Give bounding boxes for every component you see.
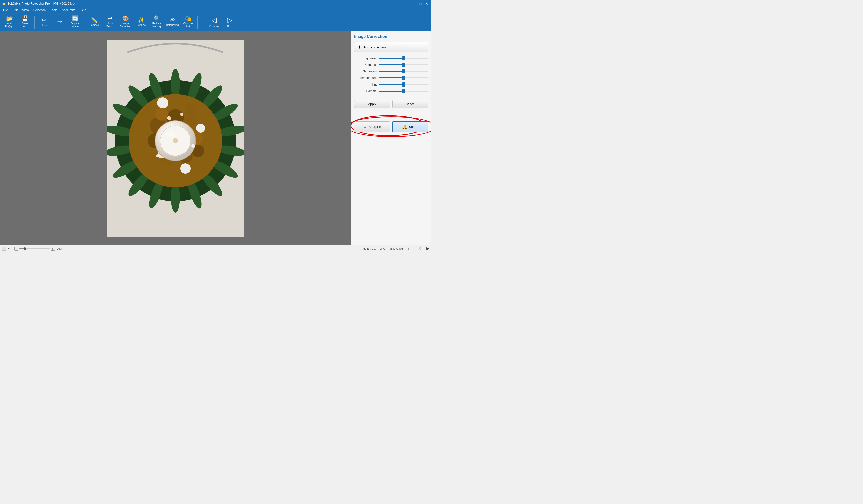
auto-correction-label: Auto correction (364, 46, 386, 49)
remove-button[interactable]: ✏️ Remove (87, 15, 101, 30)
tint-label: Tint (354, 83, 377, 86)
auto-correction-button[interactable]: ✦ Auto correction (354, 42, 428, 52)
undo-brush-icon: ↩ (108, 16, 112, 22)
reduce-blurring-label: Reduceblurring (152, 22, 161, 28)
canvas-controls: ⬜ ✂ (2, 247, 10, 251)
colorize-photo-button[interactable]: 🎭 Colorizephoto (181, 15, 195, 30)
undo-button[interactable]: ↩ Undo (37, 15, 51, 30)
retouching-label: Retouching (166, 24, 179, 27)
effect-section: ▲ Sharpen 🔔 Soften (354, 114, 428, 138)
maximize-button[interactable]: □ (418, 1, 423, 6)
zoom-thumb (24, 248, 26, 250)
info-icon[interactable]: ℹ (407, 246, 409, 251)
undo-brush-button[interactable]: ↩ UndoBrush (102, 15, 117, 30)
svg-point-30 (185, 104, 196, 115)
status-bar: ⬜ ✂ − + 26% Time (s): 0.1 JPG 3580×2408 … (0, 245, 432, 252)
cancel-button[interactable]: Cancel (392, 100, 429, 108)
temperature-label: Temperature (354, 76, 377, 80)
original-image-button[interactable]: 🔄 OriginalImage (68, 15, 83, 30)
svg-point-33 (180, 163, 190, 174)
add-file-button[interactable]: 📂 AddFile(s)... (2, 15, 17, 30)
crop-icon: ✂ (7, 247, 10, 251)
menu-help[interactable]: Help (78, 8, 88, 12)
original-image-icon: 🔄 (72, 16, 79, 22)
sharpen-button[interactable]: ▲ Sharpen (354, 121, 390, 132)
menu-file[interactable]: File (1, 8, 10, 12)
sharpen-icon: ▲ (363, 125, 367, 129)
tint-row: Tint (354, 83, 428, 86)
contrast-row: Contrast (354, 63, 428, 66)
close-button[interactable]: ✕ (424, 1, 429, 6)
undo-brush-label: UndoBrush (107, 22, 113, 28)
effect-buttons: ▲ Sharpen 🔔 Soften (354, 121, 428, 132)
zoom-in-button[interactable]: + (51, 247, 55, 251)
zoom-percent: 26% (57, 247, 62, 250)
tint-slider[interactable] (379, 84, 428, 85)
undo-icon: ↩ (41, 17, 47, 23)
share-icon[interactable]: ↑ (413, 247, 415, 251)
photo-image (107, 40, 243, 237)
saturation-row: Saturation (354, 70, 428, 73)
menu-edit[interactable]: Edit (10, 8, 20, 12)
photo-container (107, 40, 243, 237)
status-right: Time (s): 0.1 JPG 3580×2408 ℹ ↑ ♡ ▶ (360, 246, 429, 251)
format-label: JPG (380, 247, 385, 250)
minimize-button[interactable]: ─ (412, 1, 417, 6)
menu-bar: File Edit View Selection Tools SoftOrbit… (0, 7, 432, 13)
menu-view[interactable]: View (20, 8, 31, 12)
svg-point-41 (156, 154, 159, 158)
toolbar: 📂 AddFile(s)... 💾 Saveas... ↩ Undo ↪ 🔄 O… (0, 13, 432, 31)
save-as-icon: 💾 (22, 16, 28, 22)
temperature-slider[interactable] (379, 77, 428, 78)
remove-label: Remove (89, 24, 99, 27)
time-label: Time (s): 0.1 (360, 247, 376, 250)
add-file-icon: 📂 (6, 16, 13, 22)
previous-label: Previous (209, 25, 219, 28)
soften-button[interactable]: 🔔 Soften (392, 121, 429, 132)
svg-point-38 (167, 116, 171, 120)
original-image-label: OriginalImage (71, 22, 79, 28)
soften-label: Soften (409, 125, 418, 129)
canvas-area[interactable] (0, 31, 351, 245)
remove-icon: ✏️ (91, 17, 98, 23)
next-icon: ▷ (227, 16, 232, 24)
menu-softorbits[interactable]: SoftOrbits (60, 8, 77, 12)
save-as-button[interactable]: 💾 Saveas... (18, 15, 32, 30)
denoise-button[interactable]: ✨ Denoise (134, 15, 148, 30)
heart-icon[interactable]: ♡ (419, 246, 422, 251)
gamma-slider[interactable] (379, 90, 428, 91)
gamma-row: Gamma (354, 89, 428, 93)
window-controls: ─ □ ✕ (412, 1, 429, 6)
svg-point-32 (196, 124, 205, 133)
save-as-label: Saveas... (22, 22, 28, 28)
denoise-icon: ✨ (138, 17, 145, 23)
redo-icon: ↪ (57, 19, 62, 25)
reduce-blurring-button[interactable]: 🔍 Reduceblurring (149, 15, 164, 30)
saturation-slider[interactable] (379, 71, 428, 72)
panel-title: Image Correction (354, 34, 428, 39)
colorize-photo-icon: 🎭 (185, 16, 191, 22)
next-button[interactable]: ▷ Next (222, 15, 237, 30)
main-content: Image Correction ✦ Auto correction Brigh… (0, 31, 432, 245)
play-icon[interactable]: ▶ (426, 246, 429, 251)
menu-tools[interactable]: Tools (48, 8, 59, 12)
svg-point-39 (180, 113, 183, 116)
image-correction-button[interactable]: 🎨 ImageCorrection (118, 15, 133, 30)
previous-button[interactable]: ◁ Previous (207, 15, 221, 30)
apply-button[interactable]: Apply (354, 100, 390, 108)
colorize-photo-label: Colorizephoto (184, 22, 193, 28)
action-buttons: Apply Cancel (354, 100, 428, 108)
contrast-slider[interactable] (379, 64, 428, 65)
previous-icon: ◁ (211, 16, 216, 24)
redo-button[interactable]: ↪ (52, 15, 67, 30)
brightness-slider[interactable] (379, 58, 428, 59)
contrast-label: Contrast (354, 63, 377, 66)
zoom-out-button[interactable]: − (14, 247, 18, 251)
image-correction-label: ImageCorrection (120, 22, 131, 28)
svg-point-37 (173, 138, 178, 143)
separator-2 (85, 16, 85, 28)
retouching-button[interactable]: 👁 Retouching (165, 15, 180, 30)
gamma-label: Gamma (354, 89, 377, 93)
menu-selection[interactable]: Selection (31, 8, 48, 12)
svg-point-42 (165, 131, 175, 138)
